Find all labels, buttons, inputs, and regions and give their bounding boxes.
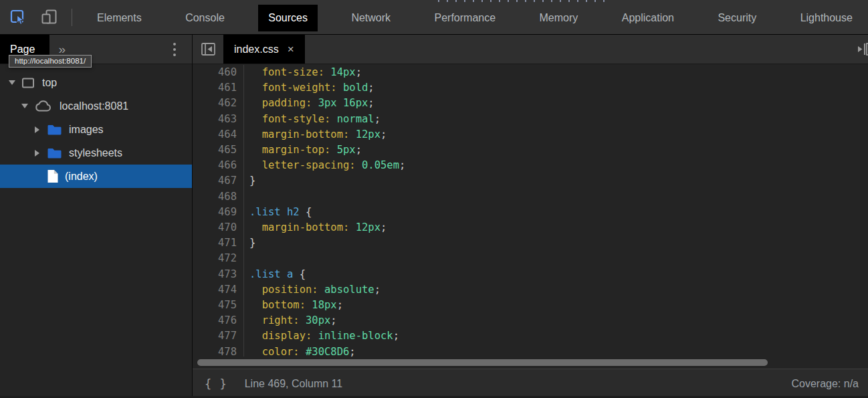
code-line-471[interactable]: 471} <box>193 235 868 251</box>
inspect-icon[interactable] <box>9 8 27 26</box>
tree-item-label: localhost:8081 <box>60 100 128 112</box>
tree-item-stylesheets[interactable]: stylesheets <box>0 141 192 165</box>
line-number: 475 <box>193 298 244 313</box>
tree-item-index[interactable]: (index) <box>0 165 192 188</box>
panel-tab-memory[interactable]: Memory <box>530 5 588 31</box>
line-content: margin-bottom: 12px; <box>244 220 387 235</box>
code-editor[interactable]: 460 font-size: 14px;461 font-weight: bol… <box>193 64 868 357</box>
code-line-475[interactable]: 475 bottom: 18px; <box>193 298 868 313</box>
line-content: color: #30C8D6; <box>244 344 356 357</box>
line-number: 467 <box>193 173 244 189</box>
show-debugger-sidebar-icon[interactable] <box>853 35 868 64</box>
panel-tab-sources[interactable]: Sources <box>258 5 318 31</box>
code-line-473[interactable]: 473.list a { <box>193 267 868 282</box>
line-number: 477 <box>193 328 244 344</box>
line-number: 463 <box>193 112 244 127</box>
panel-tab-network[interactable]: Network <box>341 5 401 31</box>
scrollbar-thumb[interactable] <box>197 359 768 366</box>
code-line-460[interactable]: 460 font-size: 14px; <box>193 65 868 80</box>
cursor-position: Line 469, Column 11 <box>245 378 342 390</box>
line-number: 469 <box>193 205 244 220</box>
panel-tab-performance[interactable]: Performance <box>424 5 506 31</box>
code-line-464[interactable]: 464 margin-bottom: 12px; <box>193 127 868 142</box>
line-number: 472 <box>193 251 244 266</box>
hide-navigator-icon[interactable] <box>193 35 223 64</box>
tree-item-localhost-8081[interactable]: localhost:8081 <box>0 94 192 118</box>
close-icon[interactable]: × <box>288 43 294 55</box>
code-line-472[interactable]: 472 <box>193 251 868 266</box>
line-content <box>244 251 249 266</box>
tree-item-label: (index) <box>65 171 98 183</box>
line-number: 476 <box>193 313 244 328</box>
code-line-470[interactable]: 470 margin-bottom: 12px; <box>193 220 868 235</box>
line-number: 464 <box>193 127 244 142</box>
tree-item-images[interactable]: images <box>0 118 192 141</box>
line-content: font-size: 14px; <box>244 65 362 80</box>
line-number: 460 <box>193 65 244 80</box>
panel-tabs: ElementsConsoleSourcesNetworkPerformance… <box>72 0 868 34</box>
code-line-476[interactable]: 476 right: 30px; <box>193 313 868 328</box>
devtools-window: ElementsConsoleSourcesNetworkPerformance… <box>0 0 868 398</box>
disclosure-collapsed-icon[interactable] <box>32 126 42 133</box>
line-content: .list a { <box>244 267 306 282</box>
line-number: 471 <box>193 235 244 251</box>
pretty-print-icon[interactable]: { } <box>205 377 227 391</box>
devtools-body: Page » http://localhost:8081/ toplocalho… <box>0 35 868 398</box>
code-line-469[interactable]: 469.list h2 { <box>193 205 868 220</box>
code-line-463[interactable]: 463 font-style: normal; <box>193 112 868 127</box>
code-line-466[interactable]: 466 letter-spacing: 0.05em; <box>193 158 868 173</box>
disclosure-expanded-icon[interactable] <box>7 80 17 85</box>
navigator-sidebar: Page » http://localhost:8081/ toplocalho… <box>0 35 193 398</box>
line-content: } <box>244 173 255 189</box>
line-content: position: absolute; <box>244 282 381 298</box>
code-line-461[interactable]: 461 font-weight: bold; <box>193 80 868 96</box>
frame-icon <box>21 77 35 89</box>
line-content <box>244 189 249 205</box>
panel-tab-security[interactable]: Security <box>708 5 766 31</box>
kebab-menu-icon[interactable] <box>173 43 176 56</box>
code-line-468[interactable]: 468 <box>193 189 868 205</box>
tree-item-label: stylesheets <box>69 147 122 159</box>
coverage-status: Coverage: n/a <box>791 378 868 390</box>
tree-item-label: top <box>42 77 57 89</box>
line-content: letter-spacing: 0.05em; <box>244 158 405 173</box>
disclosure-collapsed-icon[interactable] <box>32 150 42 157</box>
panel-tab-application[interactable]: Application <box>612 5 684 31</box>
line-content: .list h2 { <box>244 205 312 220</box>
line-content: bottom: 18px; <box>244 298 343 313</box>
folder-icon <box>47 147 62 159</box>
line-content: padding: 3px 16px; <box>244 96 374 111</box>
tab-index-css-label: index.css <box>234 43 279 56</box>
line-number: 478 <box>193 344 244 357</box>
toolbar-icons <box>0 8 58 26</box>
line-number: 474 <box>193 282 244 298</box>
background-page-sliver <box>438 0 605 2</box>
line-number: 465 <box>193 142 244 158</box>
code-line-474[interactable]: 474 position: absolute; <box>193 282 868 298</box>
panel-tab-lighthouse[interactable]: Lighthouse <box>790 5 863 31</box>
code-line-467[interactable]: 467} <box>193 173 868 189</box>
line-content: font-weight: bold; <box>244 80 374 96</box>
code-line-477[interactable]: 477 display: inline-block; <box>193 328 868 344</box>
code-line-462[interactable]: 462 padding: 3px 16px; <box>193 96 868 111</box>
line-content: margin-top: 5px; <box>244 142 362 158</box>
panel-tab-console[interactable]: Console <box>175 5 235 31</box>
tab-index-css[interactable]: index.css × <box>223 35 305 64</box>
line-number: 468 <box>193 189 244 205</box>
disclosure-expanded-icon[interactable] <box>19 104 29 108</box>
editor-tabbar: index.css × <box>193 35 868 64</box>
line-number: 470 <box>193 220 244 235</box>
line-number: 461 <box>193 80 244 96</box>
panel-tab-elements[interactable]: Elements <box>87 5 152 31</box>
document-icon <box>47 169 58 183</box>
line-content: margin-bottom: 12px; <box>244 127 387 142</box>
tree-item-label: images <box>69 124 104 136</box>
device-toolbar-icon[interactable] <box>40 8 58 26</box>
tree-item-top[interactable]: top <box>0 71 192 94</box>
main-toolbar: ElementsConsoleSourcesNetworkPerformance… <box>0 0 868 35</box>
code-line-478[interactable]: 478 color: #30C8D6; <box>193 344 868 357</box>
line-number: 462 <box>193 96 244 111</box>
code-line-465[interactable]: 465 margin-top: 5px; <box>193 142 868 158</box>
cloud-icon <box>34 100 53 112</box>
folder-icon <box>47 124 62 136</box>
